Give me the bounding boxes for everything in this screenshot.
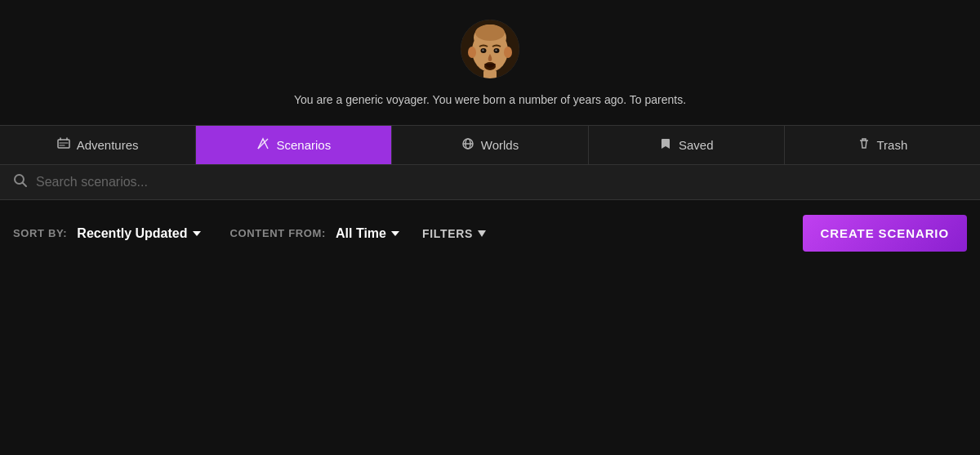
bio-text: You are a generic voyager. You were born… bbox=[294, 91, 686, 109]
filters-label: FILTERS bbox=[422, 227, 473, 240]
filters-triangle-icon bbox=[478, 230, 486, 237]
trash-icon bbox=[858, 137, 871, 153]
tab-trash-label: Trash bbox=[877, 138, 908, 152]
search-section bbox=[0, 165, 980, 200]
avatar bbox=[461, 20, 519, 78]
svg-point-6 bbox=[482, 50, 483, 51]
sort-chevron-icon bbox=[193, 231, 201, 236]
filters-button[interactable]: FILTERS bbox=[422, 227, 486, 240]
svg-point-10 bbox=[504, 47, 512, 58]
worlds-icon bbox=[461, 137, 474, 153]
tab-adventures-label: Adventures bbox=[77, 138, 139, 152]
tabs-bar: Adventures Scenarios Worlds bbox=[0, 125, 980, 165]
search-icon bbox=[13, 173, 28, 191]
saved-icon bbox=[659, 137, 672, 153]
search-input[interactable] bbox=[36, 175, 967, 190]
sort-dropdown[interactable]: Recently Updated bbox=[77, 226, 200, 241]
svg-point-3 bbox=[475, 25, 505, 41]
tab-saved[interactable]: Saved bbox=[589, 126, 785, 164]
page-container: You are a generic voyager. You were born… bbox=[0, 0, 980, 455]
adventures-icon bbox=[57, 137, 70, 153]
sort-by-label: SORT BY: bbox=[13, 227, 67, 239]
tab-trash[interactable]: Trash bbox=[785, 126, 980, 164]
time-value: All Time bbox=[336, 226, 386, 241]
tab-worlds[interactable]: Worlds bbox=[392, 126, 588, 164]
avatar-image bbox=[461, 20, 519, 78]
time-dropdown[interactable]: All Time bbox=[336, 226, 399, 241]
search-wrapper bbox=[13, 173, 967, 191]
tab-scenarios-label: Scenarios bbox=[276, 138, 331, 152]
create-scenario-button[interactable]: CREATE SCENARIO bbox=[803, 215, 967, 252]
svg-point-7 bbox=[495, 50, 497, 51]
svg-point-9 bbox=[468, 47, 476, 58]
sort-value: Recently Updated bbox=[77, 226, 187, 241]
filter-bar: SORT BY: Recently Updated CONTENT FROM: … bbox=[0, 200, 980, 266]
tab-adventures[interactable]: Adventures bbox=[0, 126, 196, 164]
svg-rect-11 bbox=[483, 70, 497, 78]
tab-scenarios[interactable]: Scenarios bbox=[196, 126, 392, 164]
profile-section: You are a generic voyager. You were born… bbox=[294, 0, 686, 125]
svg-rect-12 bbox=[58, 140, 69, 148]
tab-saved-label: Saved bbox=[679, 138, 714, 152]
scenarios-icon bbox=[256, 137, 270, 153]
content-from-label: CONTENT FROM: bbox=[230, 227, 327, 239]
time-chevron-icon bbox=[391, 231, 399, 236]
tab-worlds-label: Worlds bbox=[481, 138, 519, 152]
